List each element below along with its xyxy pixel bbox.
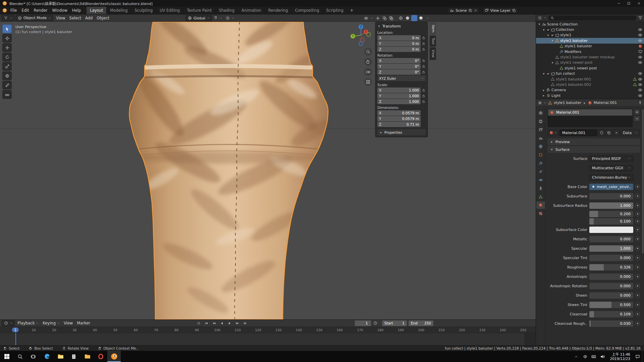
- camera-view-button[interactable]: [364, 68, 372, 76]
- outliner-row-style1-newel-post-7[interactable]: ▾style1 newel post: [536, 60, 644, 65]
- prev-keyframe-button[interactable]: [211, 320, 217, 326]
- properties-tab-render[interactable]: [536, 109, 545, 117]
- outliner-search-input[interactable]: [548, 15, 637, 20]
- properties-tab-world[interactable]: [536, 143, 545, 150]
- new-material-button[interactable]: [606, 129, 612, 136]
- eye-icon[interactable]: [638, 77, 642, 81]
- eye-icon[interactable]: [638, 82, 642, 87]
- outliner-row-style1-newel-post-8[interactable]: style1 newel post: [536, 65, 644, 71]
- mode-dropdown[interactable]: Object Mode: [15, 15, 53, 21]
- transform-orientation-dropdown[interactable]: Global: [185, 15, 212, 21]
- animate-dot-button[interactable]: [635, 184, 640, 189]
- menu-file[interactable]: File: [8, 7, 19, 14]
- 3d-viewport[interactable]: Object Mode ViewSelectAddObject Global: [0, 14, 536, 319]
- proportional-editing-icon[interactable]: [226, 16, 230, 20]
- gizmos-toggle-icon[interactable]: [376, 16, 380, 20]
- rotation-z-field[interactable]: Z0°: [377, 69, 421, 75]
- show-desktop-button[interactable]: [642, 351, 644, 362]
- animate-dot-button[interactable]: [635, 284, 640, 288]
- clearcoat-slider[interactable]: 0.109: [589, 311, 633, 317]
- taskbar-task-view-button[interactable]: [27, 351, 40, 362]
- unlink-material-button[interactable]: [613, 129, 620, 136]
- menu-help[interactable]: Help: [70, 7, 83, 14]
- outliner-row-fun-collect-9[interactable]: ▾fun collect: [536, 71, 644, 76]
- properties-editor-icon[interactable]: [538, 101, 542, 105]
- principled-bsdf-dropdown[interactable]: Principled BSDF: [589, 156, 633, 162]
- volume-button[interactable]: [598, 351, 607, 362]
- workspace-tab-animation[interactable]: Animation: [238, 7, 265, 14]
- base-color-link-button[interactable]: mesh_color_envir..: [589, 184, 633, 190]
- animate-dot-button[interactable]: [635, 212, 640, 216]
- outliner-row-light-13[interactable]: ▸Light: [536, 93, 644, 98]
- shading-wireframe-button[interactable]: [398, 15, 404, 21]
- location-x-field[interactable]: X0 m: [377, 35, 421, 41]
- auto-key-button[interactable]: [196, 320, 202, 326]
- jump-to-end-button[interactable]: [242, 320, 248, 326]
- lock-open-icon[interactable]: [422, 88, 426, 92]
- ime-indicator[interactable]: 中: [581, 351, 589, 362]
- sidebar-tab-tool[interactable]: Tool: [430, 36, 436, 47]
- lock-open-icon[interactable]: [422, 36, 426, 40]
- animate-dot-button[interactable]: [635, 219, 640, 224]
- viewport-menu-view[interactable]: View: [54, 14, 67, 21]
- shading-rendered-button[interactable]: [418, 15, 424, 21]
- animate-dot-button[interactable]: [635, 246, 640, 251]
- location-y-field[interactable]: Y0 m: [377, 41, 421, 46]
- fake-user-button[interactable]: [598, 129, 605, 136]
- snap-toggle-icon[interactable]: [214, 16, 218, 20]
- 3d-scene[interactable]: [0, 22, 536, 319]
- taskbar-search-button[interactable]: [13, 351, 27, 362]
- chevron-down-icon[interactable]: [544, 16, 546, 19]
- properties-panel-collapsed[interactable]: ▸ Properties: [377, 129, 426, 135]
- meshdata-green-icon[interactable]: [633, 82, 637, 86]
- rotation-mode-dropdown[interactable]: XYZ Euler: [377, 75, 426, 81]
- lock-open-icon[interactable]: [422, 59, 426, 62]
- disclosure-open-icon[interactable]: ▾: [551, 39, 554, 42]
- taskbar-clock[interactable]: 上午 11:46 2019/12/23: [607, 352, 633, 361]
- close-button[interactable]: [634, 0, 644, 7]
- scale-z-field[interactable]: Z1.000: [377, 99, 421, 104]
- dimensions-x-field[interactable]: X0.0579 m: [377, 110, 421, 116]
- anisotropic-rotation-slider[interactable]: 0.000: [589, 283, 633, 289]
- meshdata-green-icon[interactable]: [633, 77, 637, 81]
- lock-open-icon[interactable]: [422, 100, 426, 103]
- properties-tab-particles[interactable]: [536, 168, 545, 175]
- snap-dropdown-icon[interactable]: [219, 17, 222, 19]
- location-z-field[interactable]: Z0 m: [377, 47, 421, 52]
- play-button[interactable]: [226, 320, 233, 326]
- workspace-tab-shading[interactable]: Shading: [215, 7, 238, 14]
- taskbar-file-explorer-button[interactable]: [54, 351, 67, 362]
- disclosure-closed-icon[interactable]: ▸: [542, 88, 545, 92]
- properties-tab-constraints[interactable]: [536, 185, 545, 192]
- anisotropic-slider[interactable]: 0.000: [589, 274, 633, 280]
- outliner-row-style1-2[interactable]: ▾style1: [536, 33, 644, 38]
- workspace-tab-modeling[interactable]: Modeling: [107, 7, 131, 14]
- tool-select-box[interactable]: [2, 24, 12, 33]
- disclosure-open-icon[interactable]: ▾: [542, 72, 545, 75]
- shading-material-preview-button[interactable]: [411, 15, 417, 21]
- browse-material-button[interactable]: [548, 129, 558, 136]
- pin-icon[interactable]: [638, 101, 642, 105]
- timeline-track-area[interactable]: [0, 333, 536, 345]
- breadcrumb-material[interactable]: Material.001: [594, 101, 617, 105]
- clearcoat-rough-slider[interactable]: 0.030: [589, 320, 633, 327]
- menu-window[interactable]: Window: [50, 7, 69, 14]
- eye-icon[interactable]: [638, 88, 642, 92]
- animate-dot-button[interactable]: [635, 293, 640, 298]
- material-name-field[interactable]: Material.001: [559, 129, 597, 136]
- eye-icon[interactable]: [638, 60, 642, 65]
- viewport-menu-object[interactable]: Object: [95, 14, 111, 21]
- outliner-row-scene-collection-0[interactable]: ▾Scene Collection: [536, 21, 644, 27]
- outliner-row-style1-baluster-002-11[interactable]: style1 baluster.002: [536, 82, 644, 87]
- menu-render[interactable]: Render: [32, 7, 50, 14]
- outliner-editor-icon[interactable]: [538, 16, 542, 20]
- disclosure-closed-icon[interactable]: ▸: [542, 94, 545, 97]
- jump-to-start-button[interactable]: [203, 320, 210, 326]
- disclosure-open-icon[interactable]: ▾: [546, 34, 550, 37]
- scale-x-field[interactable]: X1.000: [377, 87, 421, 93]
- lock-open-icon[interactable]: [422, 70, 426, 74]
- pan-button[interactable]: [364, 58, 372, 66]
- outliner-row-style1-baluster-3[interactable]: ▾style1 baluster: [536, 38, 644, 43]
- start-frame-field[interactable]: Start 1: [382, 320, 407, 326]
- unlink-scene-icon[interactable]: [474, 9, 477, 12]
